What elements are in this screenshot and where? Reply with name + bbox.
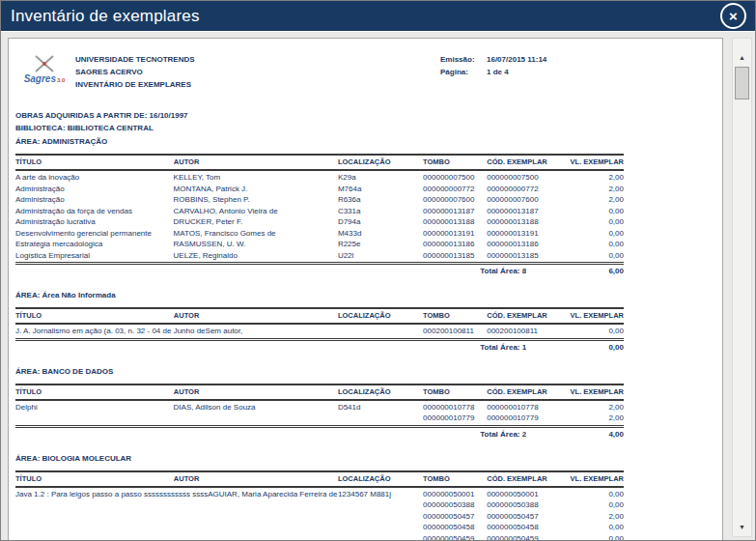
column-header-tombo: TOMBO bbox=[423, 474, 487, 483]
cell-vl-exemplar: 0,00 bbox=[566, 534, 624, 541]
cell-cod-exemplar: 000000050388 bbox=[487, 500, 566, 510]
table-body: DelphiDIAS, Adilson de SouzaD541d0000000… bbox=[15, 402, 624, 424]
column-header-titulo: TÍTULO bbox=[15, 387, 174, 396]
vertical-scrollbar[interactable]: ▲ ▼ bbox=[732, 38, 752, 537]
cell-vl-exemplar: 0,00 bbox=[566, 490, 624, 499]
cell-tombo: 000000007500 bbox=[423, 173, 487, 183]
cell-tombo: 000000050458 bbox=[423, 523, 487, 532]
cell-titulo: A arte da inovação bbox=[15, 173, 174, 183]
report-section: ÁREA: ADMINISTRAÇÃO TÍTULO AUTOR LOCALIZ… bbox=[15, 137, 624, 277]
table-header-row: TÍTULO AUTOR LOCALIZAÇÃO TOMBO CÓD. EXEM… bbox=[15, 307, 624, 325]
meta-emissao: Emissão: 16/07/2015 11:14 bbox=[440, 53, 546, 66]
cell-tombo: 000000050388 bbox=[423, 500, 487, 510]
report-header: Sagres3.0 UNIVERSIDADE TECNOTRENDS SAGRE… bbox=[15, 51, 624, 101]
column-header-cod-exemplar: CÓD. EXEMPLAR bbox=[487, 311, 566, 320]
meta-pagina: Página: 1 de 4 bbox=[440, 66, 546, 78]
close-button[interactable]: × bbox=[720, 3, 746, 29]
column-header-tombo: TOMBO bbox=[423, 387, 487, 396]
table-row: AdministraçãoROBBINS, Stephen P.R636a000… bbox=[15, 194, 624, 206]
table-row: 0000000504590000000504590,00 bbox=[15, 533, 624, 541]
table-row: Administração da força de vendasCARVALHO… bbox=[15, 206, 624, 217]
cell-cod-exemplar: 000000007500 bbox=[487, 173, 566, 183]
cell-cod-exemplar: 000000013188 bbox=[487, 217, 566, 227]
cell-autor: UELZE, Reginaldo bbox=[174, 251, 238, 260]
scrollbar-thumb[interactable] bbox=[735, 67, 749, 100]
cell-titulo: Administração bbox=[15, 185, 174, 194]
cell-tombo: 000200100811 bbox=[423, 327, 487, 336]
pagina-label: Página: bbox=[440, 66, 487, 78]
table-row: Desenvolvimento gerencial permanenteMATO… bbox=[15, 228, 624, 240]
cell-autor: MONTANA, Patrick J. bbox=[174, 185, 248, 193]
area-total-label: Total Área: 1 bbox=[15, 343, 526, 352]
cell-cod-exemplar: 000000013186 bbox=[487, 240, 566, 249]
cell-localizacao: D541d bbox=[338, 403, 423, 413]
area-total-row: Total Área: 8 6,00 bbox=[15, 262, 624, 277]
area-total-value: 0,00 bbox=[526, 343, 624, 352]
cell-vl-exemplar: 2,00 bbox=[566, 512, 624, 522]
cell-autor: DRUCKER, Peter F. bbox=[174, 217, 243, 226]
column-header-localizacao: LOCALIZAÇÃO bbox=[338, 387, 423, 396]
table-row: J. A. Jornalismo em ação (a. 03, n. 32 -… bbox=[15, 326, 624, 337]
scroll-up-button[interactable]: ▲ bbox=[733, 50, 751, 65]
cell-cod-exemplar: 000000013187 bbox=[487, 207, 566, 216]
table-header-row: TÍTULO AUTOR LOCALIZAÇÃO TOMBO CÓD. EXEM… bbox=[15, 470, 624, 488]
area-total-row: Total Área: 2 4,00 bbox=[15, 425, 624, 441]
table-body: A arte da inovaçãoKELLEY, TomK29a0000000… bbox=[15, 172, 624, 261]
report-section: ÁREA: BANCO DE DADOS TÍTULO AUTOR LOCALI… bbox=[15, 367, 624, 441]
table-row: Java 1.2 : Para leigos passo a passo sss… bbox=[15, 489, 624, 500]
column-header-cod-exemplar: CÓD. EXEMPLAR bbox=[487, 474, 566, 483]
cell-vl-exemplar: 2,00 bbox=[566, 185, 624, 194]
table-row: 0000000503880000000503880,00 bbox=[15, 499, 624, 511]
cell-cod-exemplar: 000000013185 bbox=[487, 251, 566, 261]
cell-titulo-autor: AdministraçãoMONTANA, Patrick J. bbox=[15, 185, 338, 194]
cell-titulo-autor: Estratégia mercadológicaRASMUSSEN, U. W. bbox=[15, 240, 338, 249]
cell-tombo: 000000013188 bbox=[423, 217, 487, 227]
cell-titulo-autor: DelphiDIAS, Adilson de Souza bbox=[15, 403, 338, 413]
column-header-titulo: TÍTULO bbox=[15, 311, 174, 320]
table-row: 0000000504570000000504572,00 bbox=[15, 511, 624, 523]
cell-cod-exemplar: 000000010779 bbox=[487, 413, 566, 423]
scroll-down-button[interactable]: ▼ bbox=[733, 520, 751, 534]
cell-localizacao: C331a bbox=[338, 207, 423, 216]
column-header-localizacao: LOCALIZAÇÃO bbox=[338, 157, 423, 166]
org-header-lines: UNIVERSIDADE TECNOTRENDS SAGRES ACERVO I… bbox=[75, 53, 195, 91]
cell-vl-exemplar: 2,00 bbox=[566, 413, 624, 423]
logo-version: 3.0 bbox=[57, 77, 65, 83]
cell-titulo-autor: A arte da inovaçãoKELLEY, Tom bbox=[15, 173, 338, 183]
cell-tombo: 000000007600 bbox=[423, 195, 487, 205]
column-header-autor: AUTOR bbox=[174, 311, 338, 320]
cell-tombo: 000000013187 bbox=[423, 207, 487, 216]
report-body: Sagres3.0 UNIVERSIDADE TECNOTRENDS SAGRE… bbox=[15, 51, 624, 540]
cell-vl-exemplar: 0,00 bbox=[566, 327, 624, 336]
report-viewport: Sagres3.0 UNIVERSIDADE TECNOTRENDS SAGRE… bbox=[1, 31, 755, 540]
column-header-localizacao: LOCALIZAÇÃO bbox=[338, 311, 423, 320]
titlebar: Inventário de exemplares × bbox=[1, 1, 755, 31]
cell-localizacao: D794a bbox=[338, 217, 423, 227]
arrow-up-icon: ▲ bbox=[739, 54, 745, 61]
cell-titulo: Desenvolvimento gerencial permanente bbox=[15, 229, 174, 239]
cell-vl-exemplar: 0,00 bbox=[566, 500, 624, 510]
cell-vl-exemplar: 0,00 bbox=[566, 217, 624, 227]
cell-cod-exemplar: 000000050458 bbox=[487, 523, 566, 532]
column-header-titulo: TÍTULO bbox=[15, 474, 174, 483]
cell-titulo-autor: AdministraçãoROBBINS, Stephen P. bbox=[15, 195, 338, 205]
area-total-value: 4,00 bbox=[526, 430, 624, 439]
close-icon: × bbox=[729, 9, 738, 23]
table-header-row: TÍTULO AUTOR LOCALIZAÇÃO TOMBO CÓD. EXEM… bbox=[15, 154, 624, 171]
table-row: DelphiDIAS, Adilson de SouzaD541d0000000… bbox=[15, 402, 624, 413]
emissao-label: Emissão: bbox=[440, 53, 487, 66]
cell-autor: MATOS, Francisco Gomes de bbox=[174, 229, 276, 238]
table-row: 0000000107790000000107792,00 bbox=[15, 413, 624, 424]
column-header-autor: AUTOR bbox=[174, 474, 338, 483]
area-heading: ÁREA: Área Não Informada bbox=[15, 291, 624, 299]
cell-titulo: Administração bbox=[15, 195, 174, 205]
cell-localizacao: 1234567 M881j bbox=[338, 490, 423, 499]
cell-cod-exemplar: 000000007600 bbox=[487, 195, 566, 205]
column-header-vl-exemplar: VL. EXEMPLAR bbox=[566, 157, 624, 166]
area-total-label: Total Área: 2 bbox=[15, 430, 526, 439]
cell-cod-exemplar: 000000050459 bbox=[487, 534, 566, 541]
cell-titulo-autor: Administração da força de vendasCARVALHO… bbox=[15, 207, 338, 216]
cell-autor: DIAS, Adilson de Souza bbox=[174, 403, 256, 412]
report-meta: Emissão: 16/07/2015 11:14 Página: 1 de 4 bbox=[440, 53, 546, 78]
column-header-tombo: TOMBO bbox=[423, 311, 487, 320]
